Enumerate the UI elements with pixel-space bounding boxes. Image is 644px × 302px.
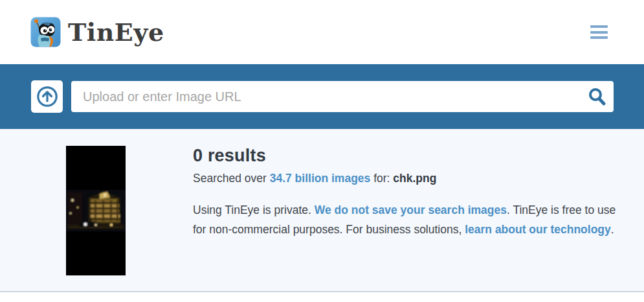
- query-filename: chk.png: [393, 172, 436, 185]
- results-section: 0 results Searched over 34.7 billion ima…: [0, 129, 644, 292]
- searched-summary: Searched over 34.7 billion images for: c…: [193, 172, 620, 185]
- query-image-thumbnail: [66, 146, 126, 275]
- result-details: 0 results Searched over 34.7 billion ima…: [193, 146, 620, 291]
- search-form: [71, 81, 614, 112]
- technology-link[interactable]: learn about our technology: [465, 223, 611, 236]
- info-text-part3: .: [611, 223, 614, 236]
- upload-image-button[interactable]: [31, 80, 63, 113]
- hamburger-menu-icon[interactable]: [590, 24, 608, 40]
- page-header: TinEye: [0, 0, 644, 64]
- searched-prefix-text: Searched over: [193, 172, 270, 185]
- searched-for-text: for:: [370, 172, 393, 185]
- billion-images-link[interactable]: 34.7 billion images: [270, 172, 371, 185]
- privacy-info-paragraph: Using TinEye is private. We do not save …: [193, 200, 617, 239]
- tineye-robot-icon: [30, 17, 61, 47]
- upload-arrow-icon: [36, 85, 59, 108]
- info-text-part1: Using TinEye is private.: [193, 203, 315, 216]
- search-band: [0, 64, 644, 129]
- image-url-input[interactable]: [71, 81, 614, 112]
- search-submit-button[interactable]: [585, 86, 608, 108]
- results-count-heading: 0 results: [193, 146, 620, 166]
- tineye-logo[interactable]: TinEye: [30, 17, 164, 47]
- logo-wordmark: TinEye: [68, 17, 164, 47]
- footer-strip: [0, 292, 644, 301]
- privacy-link[interactable]: We do not save your search images: [315, 203, 507, 216]
- magnifier-icon: [587, 87, 606, 106]
